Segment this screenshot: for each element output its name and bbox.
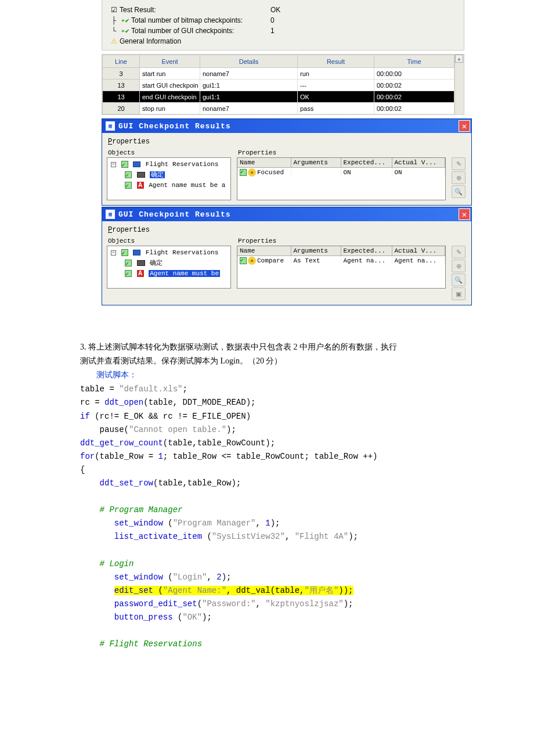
objects-tree[interactable]: − Flight Reservations 确定 A <box>107 157 231 200</box>
tree-label: Agent name must be <box>149 270 220 277</box>
col-result[interactable]: Result <box>298 55 374 68</box>
summary-label: General Information <box>120 37 270 45</box>
script-label: 测试脚本： <box>80 368 464 382</box>
col-actual[interactable]: Actual V... <box>392 246 445 255</box>
gui-checkpoint-results-window-1: ▦ GUI Checkpoint Results ✕ PPropertiesro… <box>102 118 472 206</box>
cell-details: noname7 <box>200 68 298 80</box>
checkbox-icon[interactable] <box>121 161 128 168</box>
objects-label: Objects <box>107 149 231 156</box>
col-name[interactable]: Name <box>237 246 291 255</box>
prop-row[interactable]: ●Compare As Text Agent na... Agent na... <box>237 255 445 265</box>
cell-event: start GUI checkpoin <box>140 80 200 91</box>
prop-header-row: Name Arguments Expected... Actual V... <box>237 158 445 167</box>
tree-item-child[interactable]: 确定 <box>109 258 229 268</box>
prop-args: As Text <box>291 255 341 265</box>
button-icon <box>137 172 145 178</box>
tree-label: 确定 <box>150 260 163 267</box>
cell-line: 13 <box>103 80 140 91</box>
summary-label: Total number of GUI checkpoints: <box>131 27 270 35</box>
col-event[interactable]: Event <box>140 55 200 68</box>
checkbox-icon[interactable] <box>125 182 132 189</box>
col-expected[interactable]: Expected... <box>341 246 392 255</box>
col-name[interactable]: Name <box>237 158 291 167</box>
tree-item-root[interactable]: − Flight Reservations <box>109 159 229 170</box>
cell-time: 00:00:02 <box>374 91 454 103</box>
objects-label: Objects <box>107 237 231 244</box>
property-icon: ● <box>248 168 256 177</box>
find-button[interactable]: 🔍 <box>452 273 466 286</box>
window-titlebar[interactable]: ▦ GUI Checkpoint Results ✕ <box>102 207 471 221</box>
checkbox-icon[interactable] <box>121 249 128 256</box>
cell-details: noname7 <box>200 103 298 114</box>
checkbox-icon[interactable] <box>240 169 247 176</box>
app-icon: ▦ <box>106 121 115 131</box>
checkbox-icon[interactable] <box>125 270 132 277</box>
tree-item-child[interactable]: A Agent name must be a <box>109 180 229 190</box>
col-time[interactable]: Time <box>374 55 454 68</box>
properties-table[interactable]: Name Arguments Expected... Actual V... ●… <box>237 246 446 289</box>
find-button[interactable]: 🔍 <box>452 185 466 198</box>
target-button[interactable]: ⊕ <box>452 260 466 272</box>
summary-row: ├ +✔ Total number of bitmap checkpoints:… <box>108 15 458 26</box>
properties-label: Properties <box>237 237 446 244</box>
col-details[interactable]: Details <box>200 55 298 68</box>
gui-checkpoint-results-window-2: ▦ GUI Checkpoint Results ✕ Properties Ob… <box>102 207 472 305</box>
checkbox-icon[interactable] <box>125 260 132 267</box>
scroll-up-icon[interactable]: ▲ <box>455 55 463 63</box>
checkbox-icon[interactable] <box>240 257 247 264</box>
cell-event: stop run <box>140 103 200 114</box>
collapse-icon[interactable]: − <box>111 162 116 167</box>
test-log-table[interactable]: Line Event Details Result Time 3start ru… <box>102 54 464 115</box>
checkbox-icon[interactable] <box>125 171 132 178</box>
tree-item-child[interactable]: A Agent name must be <box>109 268 229 279</box>
cell-line: 3 <box>103 68 140 80</box>
prop-args <box>291 167 341 177</box>
prop-row[interactable]: ●Focused ON ON <box>237 167 445 177</box>
properties-table[interactable]: Name Arguments Expected... Actual V... ●… <box>237 157 446 200</box>
activate-button[interactable]: ▣ <box>452 287 466 300</box>
text-icon: A <box>137 182 144 189</box>
target-button[interactable]: ⊕ <box>452 171 466 184</box>
cell-time: 00:00:00 <box>374 68 454 80</box>
summary-value: 1 <box>270 27 275 35</box>
window-title: GUI Checkpoint Results <box>118 210 459 219</box>
app-icon: ▦ <box>106 210 115 219</box>
cell-event: start run <box>140 68 200 80</box>
summary-value: OK <box>270 6 280 14</box>
cell-event: end GUI checkpoin <box>140 91 200 103</box>
tree-label: 确定 <box>150 171 165 178</box>
edit-button[interactable]: ✎ <box>452 246 466 258</box>
col-actual[interactable]: Actual V... <box>392 158 445 167</box>
objects-tree[interactable]: − Flight Reservations 确定 A <box>107 246 231 289</box>
log-row[interactable]: 13end GUI checkpoingui1:1OK00:00:02 <box>103 91 464 103</box>
col-args[interactable]: Arguments <box>291 246 341 255</box>
prop-name: Focused <box>257 168 284 175</box>
log-header-row: Line Event Details Result Time <box>103 55 464 68</box>
log-row[interactable]: 20stop runnoname7pass00:00:02 <box>103 103 464 114</box>
window-titlebar[interactable]: ▦ GUI Checkpoint Results ✕ <box>102 119 471 133</box>
edit-button[interactable]: ✎ <box>452 157 466 170</box>
tree-item-child[interactable]: 确定 <box>109 170 229 180</box>
question-text: 3. 将上述测试脚本转化为数据驱动测试，数据表中只包含表 2 中用户名的所有数据… <box>80 340 464 651</box>
col-args[interactable]: Arguments <box>291 158 341 167</box>
cell-time: 00:00:02 <box>374 80 454 91</box>
tree-label: Agent name must be a <box>149 182 225 189</box>
collapse-icon[interactable]: − <box>111 250 116 255</box>
summary-row: ☑ Test Result: OK <box>108 5 458 15</box>
log-row[interactable]: 13start GUI checkpoingui1:1---00:00:02 <box>103 80 464 91</box>
side-toolbar: ✎ ⊕ 🔍 <box>452 149 466 200</box>
tree-item-root[interactable]: − Flight Reservations <box>109 247 229 258</box>
col-expected[interactable]: Expected... <box>341 158 392 167</box>
log-row[interactable]: 3start runnoname7run00:00:00 <box>103 68 464 80</box>
scrollbar[interactable]: ▲ <box>454 55 464 114</box>
warning-icon: ⚠ <box>108 37 120 45</box>
prop-actual: Agent na... <box>392 255 445 265</box>
tree-label: Flight Reservations <box>146 161 218 168</box>
close-button[interactable]: ✕ <box>459 120 470 132</box>
summary-row: ⚠ General Information <box>108 36 458 46</box>
summary-row: └ +✔ Total number of GUI checkpoints: 1 <box>108 26 458 36</box>
cell-result: OK <box>298 91 374 103</box>
col-line[interactable]: Line <box>103 55 140 68</box>
q3-line2: 测试并查看测试结果。保存测试脚本为 Login。（20 分） <box>80 354 464 368</box>
close-button[interactable]: ✕ <box>459 208 470 220</box>
